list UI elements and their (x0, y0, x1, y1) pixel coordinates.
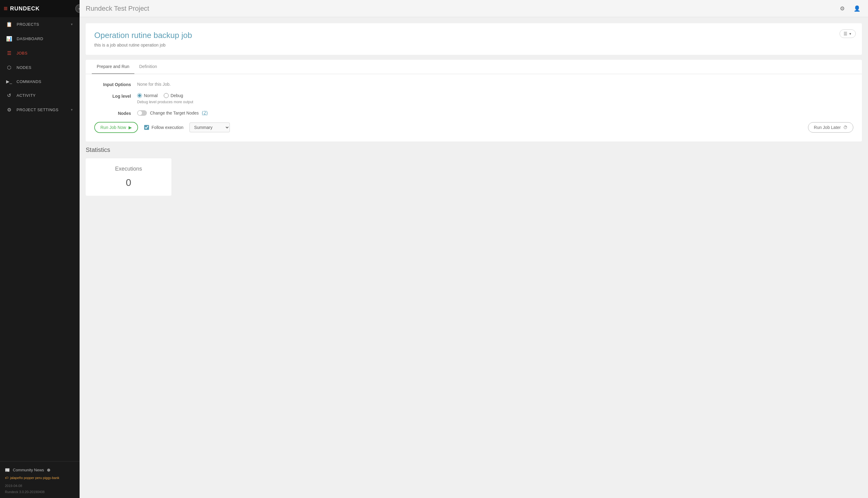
chevron-down-icon: ▼ (70, 23, 73, 26)
sidebar-item-dashboard[interactable]: 📊 DASHBOARD (0, 31, 80, 46)
log-level-normal-label[interactable]: Normal (137, 93, 158, 98)
tab-prepare-and-run[interactable]: Prepare and Run (92, 60, 134, 74)
app-logo: ≡ RUNDECK (4, 4, 40, 13)
log-level-normal-text: Normal (144, 93, 158, 98)
run-later-icon: ⏱ (843, 125, 847, 130)
sidebar-item-label: ACTIVITY (16, 93, 36, 98)
sidebar-item-label: NODES (16, 65, 31, 70)
nodes-toggle-switch[interactable] (137, 110, 147, 116)
log-level-controls: Normal Debug Debug level produces more o… (137, 93, 853, 104)
log-level-debug-text: Debug (171, 93, 183, 98)
no-options-text: None for this Job. (137, 82, 171, 87)
sidebar-item-commands[interactable]: ▶_ COMMANDS (0, 75, 80, 88)
main-content: Rundeck Test Project ⚙ 👤 Operation rutin… (80, 0, 868, 498)
sidebar-item-project-settings[interactable]: ⚙ PROJECT SETTINGS ▼ (0, 103, 80, 117)
sidebar-toggle[interactable]: ◀ (75, 4, 80, 13)
version-date: 2019-04-08 (0, 483, 80, 489)
statistics-title: Statistics (86, 146, 862, 154)
job-description: this is a job about rutine operation job (94, 42, 853, 48)
news-dot (47, 469, 50, 472)
tag-icon: 🏷 (5, 476, 8, 480)
sidebar-item-label: PROJECTS (17, 22, 39, 27)
news-icon: 📰 (5, 468, 10, 472)
topbar: Rundeck Test Project ⚙ 👤 (80, 0, 868, 17)
gear-button[interactable]: ⚙ (837, 4, 847, 13)
nodes-toggle-area: Change the Target Nodes (2) (137, 110, 853, 116)
run-later-label: Run Job Later (814, 125, 841, 130)
log-level-debug-radio[interactable] (164, 93, 168, 98)
follow-execution-checkbox[interactable] (144, 125, 149, 130)
sidebar-item-label: DASHBOARD (17, 37, 43, 41)
summary-select[interactable]: Summary Log Output Compact (189, 122, 230, 132)
sidebar-item-label: JOBS (16, 51, 28, 55)
log-level-hint: Debug level produces more output (137, 100, 853, 104)
tab-prepare-and-run-content: Input Options None for this Job. Log lev… (86, 74, 862, 142)
settings-icon: ⚙ (6, 107, 12, 113)
executions-label: Executions (93, 166, 164, 172)
sidebar-item-activity[interactable]: ↺ ACTIVITY (0, 88, 80, 103)
input-options-value: None for this Job. (137, 81, 853, 87)
version-string: Rundeck 3.0.20-20190408 (0, 489, 80, 495)
run-job-later-button[interactable]: Run Job Later ⏱ (808, 122, 853, 133)
community-news-item[interactable]: 📰 Community News (0, 464, 80, 475)
log-level-debug-label[interactable]: Debug (164, 93, 183, 98)
nodes-row: Nodes Change the Target Nodes (2) (94, 110, 853, 116)
chevron-icon: ▼ (849, 32, 852, 36)
tab-definition[interactable]: Definition (134, 60, 162, 74)
sidebar-header: ≡ RUNDECK ◀ (0, 0, 80, 17)
job-card: Operation rutine backup job this is a jo… (86, 23, 862, 55)
run-now-icon: ▶ (128, 125, 132, 130)
sidebar-item-label: PROJECT SETTINGS (16, 107, 58, 112)
log-level-normal-radio[interactable] (137, 93, 142, 98)
page-content: Operation rutine backup job this is a jo… (80, 17, 868, 498)
input-options-row: Input Options None for this Job. (94, 81, 853, 87)
app-name: RUNDECK (10, 5, 40, 12)
run-job-now-button[interactable]: Run Job Now ▶ (94, 122, 138, 133)
change-nodes-text: Change the Target Nodes (150, 110, 199, 116)
project-title: Rundeck Test Project (86, 4, 149, 13)
topbar-icons: ⚙ 👤 (837, 4, 862, 13)
list-menu-button[interactable]: ☰ ▼ (840, 29, 856, 38)
sidebar-item-projects[interactable]: 📋 PROJECTS ▼ (0, 17, 80, 31)
list-menu-icon: ☰ (843, 31, 847, 36)
run-now-label: Run Job Now (100, 125, 126, 130)
job-title: Operation rutine backup job (94, 31, 853, 40)
chevron-down-icon: ▼ (70, 108, 73, 112)
action-row: Run Job Now ▶ Follow execution Summary L… (94, 122, 853, 133)
follow-execution-text: Follow execution (151, 125, 183, 130)
dashboard-icon: 📊 (6, 36, 13, 42)
executions-card: Executions 0 (86, 158, 172, 196)
sidebar-item-nodes[interactable]: ⬡ NODES (0, 60, 80, 75)
tabs-header: Prepare and Run Definition (86, 60, 862, 74)
version-tag: 🏷 jalapeño popper peru piggy-bank (0, 475, 80, 483)
version-tag-text: jalapeño popper peru piggy-bank (10, 476, 59, 480)
sidebar: ≡ RUNDECK ◀ 📋 PROJECTS ▼ 📊 DASHBOARD ☰ J… (0, 0, 80, 498)
executions-value: 0 (93, 177, 164, 188)
log-level-row: Log level Normal Debug De (94, 93, 853, 104)
sidebar-bottom: 📰 Community News 🏷 jalapeño popper peru … (0, 461, 80, 498)
sidebar-item-jobs[interactable]: ☰ JOBS (0, 46, 80, 60)
commands-icon: ▶_ (6, 79, 12, 84)
nodes-count[interactable]: (2) (202, 110, 208, 116)
follow-execution-label[interactable]: Follow execution (144, 125, 183, 130)
projects-icon: 📋 (6, 22, 13, 27)
nodes-icon: ⬡ (6, 65, 12, 70)
community-news-label: Community News (13, 468, 44, 472)
logo-icon: ≡ (4, 4, 8, 13)
nodes-controls: Change the Target Nodes (2) (137, 110, 853, 116)
log-level-label: Log level (94, 93, 131, 99)
tabs-container: Prepare and Run Definition Input Options… (86, 60, 862, 142)
sidebar-item-label: COMMANDS (16, 79, 41, 84)
jobs-icon: ☰ (6, 50, 12, 56)
statistics-section: Statistics Executions 0 (86, 146, 862, 196)
job-card-actions: ☰ ▼ (840, 29, 856, 38)
log-level-radio-group: Normal Debug (137, 93, 853, 98)
activity-icon: ↺ (6, 92, 12, 98)
nodes-label: Nodes (94, 110, 131, 116)
input-options-label: Input Options (94, 81, 131, 87)
user-button[interactable]: 👤 (852, 4, 862, 13)
